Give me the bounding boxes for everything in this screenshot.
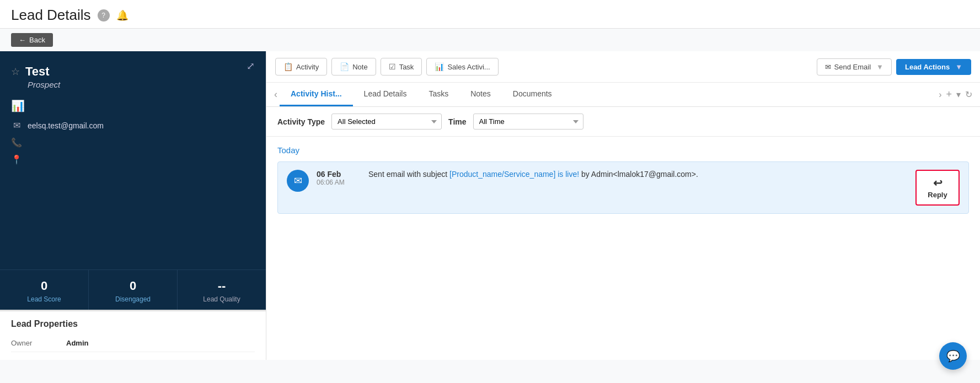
tab-more-button[interactable]: › xyxy=(936,85,944,104)
lead-score-stat: 0 Lead Score xyxy=(0,270,89,310)
task-icon: ☑ xyxy=(389,62,396,71)
activity-type-label: Activity Type xyxy=(277,117,325,126)
activity-text-after: by Admin<lmalok17@gmail.com>. xyxy=(579,170,698,179)
reply-icon: ↩ xyxy=(933,176,942,190)
note-icon: 📄 xyxy=(340,62,349,71)
lead-properties-section: Lead Properties Owner Admin xyxy=(0,310,266,360)
send-email-label: Send Email xyxy=(834,63,871,71)
owner-value: Admin xyxy=(66,339,88,347)
filter-row: Activity Type All Selected Time All Time xyxy=(266,107,980,137)
reply-label: Reply xyxy=(928,191,947,199)
task-button[interactable]: ☑ Task xyxy=(381,58,422,75)
lead-properties-title: Lead Properties xyxy=(11,319,255,329)
email-value: eelsq.test@gmail.com xyxy=(28,121,104,130)
left-panel-top: ⤢ ☆ Test Prospect 📊 ✉ eelsq.test@gmail.c… xyxy=(0,51,266,258)
activity-content: Sent email with subject [Product_name/Se… xyxy=(368,170,908,179)
task-label: Task xyxy=(399,63,414,71)
disengaged-stat: 0 Disengaged xyxy=(89,270,178,310)
sales-activity-button[interactable]: 📊 Sales Activi... xyxy=(426,58,498,75)
note-label: Note xyxy=(352,63,367,71)
send-email-button[interactable]: ✉ Send Email ▼ xyxy=(817,58,892,75)
email-envelope-icon: ✉ xyxy=(825,63,831,71)
activity-avatar: ✉ xyxy=(287,170,309,192)
activity-meta: 06 Feb 06:06 AM xyxy=(317,170,361,186)
tab-activity-history[interactable]: Activity Hist... xyxy=(280,83,353,106)
page-title: Lead Details xyxy=(11,7,91,24)
page-header: Lead Details ? 🔔 xyxy=(0,0,980,29)
disengaged-label: Disengaged xyxy=(93,295,173,303)
tab-tasks[interactable]: Tasks xyxy=(417,83,459,106)
lead-type: Prospect xyxy=(28,80,255,89)
action-bar: 📋 Activity 📄 Note ☑ Task 📊 Sales Activi.… xyxy=(266,51,980,83)
tab-documents[interactable]: Documents xyxy=(502,83,563,106)
activity-text-before: Sent email with subject xyxy=(368,170,449,179)
chat-icon: 💬 xyxy=(946,349,960,360)
activity-icon: 📋 xyxy=(283,62,293,71)
bar-chart-icon: 📊 xyxy=(11,99,255,112)
share-button[interactable]: ⤢ xyxy=(247,60,255,72)
activity-date: 06 Feb xyxy=(317,170,361,179)
activity-avatar-icon: ✉ xyxy=(294,175,302,187)
lead-score-label: Lead Score xyxy=(4,295,84,303)
tab-add-button[interactable]: + xyxy=(944,84,954,105)
reply-button[interactable]: ↩ Reply xyxy=(915,170,960,206)
tab-notes[interactable]: Notes xyxy=(459,83,502,106)
activity-time: 06:06 AM xyxy=(317,179,361,186)
time-select[interactable]: All Time xyxy=(473,114,583,130)
help-icon[interactable]: ? xyxy=(98,9,110,21)
lead-score-value: 0 xyxy=(4,279,84,293)
owner-property-row: Owner Admin xyxy=(11,335,255,352)
left-panel: ⤢ ☆ Test Prospect 📊 ✉ eelsq.test@gmail.c… xyxy=(0,51,266,360)
lead-quality-label: Lead Quality xyxy=(182,295,261,303)
note-button[interactable]: 📄 Note xyxy=(331,58,376,75)
lead-name-row: ☆ Test xyxy=(11,64,247,79)
sales-activity-icon: 📊 xyxy=(435,62,444,71)
tab-lead-details[interactable]: Lead Details xyxy=(353,83,418,106)
tab-dropdown-button[interactable]: ▾ xyxy=(954,85,963,104)
location-row: 📍 xyxy=(11,151,255,168)
lead-actions-dropdown-icon: ▼ xyxy=(955,63,962,71)
location-icon: 📍 xyxy=(11,154,22,165)
owner-label: Owner xyxy=(11,339,66,347)
phone-row: 📞 xyxy=(11,134,255,151)
activity-list: Today ✉ 06 Feb 06:06 AM Sent email with … xyxy=(266,137,980,360)
bell-icon[interactable]: 🔔 xyxy=(116,9,128,21)
lead-quality-value: -- xyxy=(182,279,261,293)
stats-row: 0 Lead Score 0 Disengaged -- Lead Qualit… xyxy=(0,269,266,310)
email-icon: ✉ xyxy=(11,120,22,131)
phone-icon: 📞 xyxy=(11,137,22,148)
activity-link[interactable]: [Product_name/Service_name] is live! xyxy=(449,170,579,179)
activity-label: Activity xyxy=(296,63,319,71)
lead-actions-button[interactable]: Lead Actions ▼ xyxy=(896,59,971,75)
send-email-dropdown-icon: ▼ xyxy=(876,63,883,71)
sales-activity-label: Sales Activi... xyxy=(447,63,490,71)
email-row: ✉ eelsq.test@gmail.com xyxy=(11,117,255,134)
lead-name: Test xyxy=(25,64,50,79)
main-layout: ⤢ ☆ Test Prospect 📊 ✉ eelsq.test@gmail.c… xyxy=(0,51,980,360)
back-button[interactable]: ← Back xyxy=(11,33,53,47)
lead-quality-stat: -- Lead Quality xyxy=(178,270,266,310)
back-button-label: Back xyxy=(29,36,45,44)
star-icon[interactable]: ☆ xyxy=(11,66,20,78)
time-label: Time xyxy=(448,117,466,126)
lead-actions-label: Lead Actions xyxy=(905,63,950,71)
activity-item: ✉ 06 Feb 06:06 AM Sent email with subjec… xyxy=(277,161,969,214)
right-panel: 📋 Activity 📄 Note ☑ Task 📊 Sales Activi.… xyxy=(266,51,980,360)
activity-type-select[interactable]: All Selected xyxy=(331,114,442,130)
tab-refresh-button[interactable]: ↻ xyxy=(963,85,974,104)
back-arrow-icon: ← xyxy=(19,36,26,44)
tab-prev-button[interactable]: ‹ xyxy=(272,84,280,105)
tabs-bar: ‹ Activity Hist... Lead Details Tasks No… xyxy=(266,83,980,107)
disengaged-value: 0 xyxy=(93,279,173,293)
activity-button[interactable]: 📋 Activity xyxy=(275,58,327,75)
reply-button-wrapper: ↩ Reply xyxy=(915,170,960,206)
activity-section-date: Today xyxy=(277,145,969,155)
